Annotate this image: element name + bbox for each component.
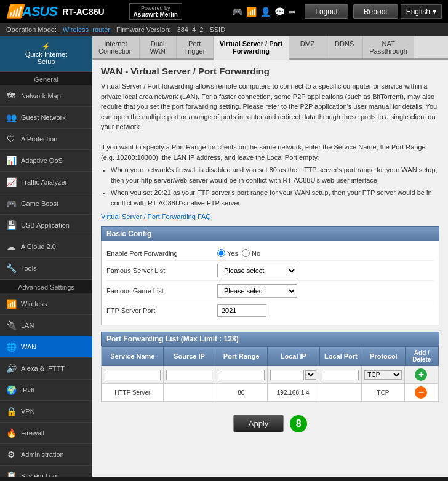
tab-ddns[interactable]: DDNS xyxy=(326,36,363,58)
col-header-local-ip: Local IP xyxy=(268,347,320,365)
protocol-value: TCP xyxy=(362,384,404,401)
port-range-cell xyxy=(215,366,267,383)
yes-radio-label[interactable]: Yes xyxy=(217,249,238,257)
sidebar-item-lan[interactable]: 🔌 LAN xyxy=(0,315,92,336)
col-header-local-port: Local Port xyxy=(320,347,363,365)
sidebar-item-administration[interactable]: ⚙ Administration xyxy=(0,444,92,466)
table-row: HTTP Server 80 192.168.1.4 TCP xyxy=(102,384,439,402)
ftp-port-control: 2021 xyxy=(217,304,266,317)
port-forwarding-header: Port Forwarding List (Max Limit : 128) xyxy=(101,332,439,346)
delete-button[interactable]: − xyxy=(415,386,427,399)
add-delete-cell: + xyxy=(405,366,438,383)
local-ip-dropdown[interactable] xyxy=(305,370,316,380)
tab-dmz[interactable]: DMZ xyxy=(289,36,326,58)
famous-server-label: Famous Server List xyxy=(106,267,217,274)
sidebar-item-system-log[interactable]: 📋 System Log xyxy=(0,466,92,477)
system-log-icon: 📋 xyxy=(5,470,17,477)
model-name: RT-AC86U xyxy=(62,7,104,17)
sidebar-item-network-map[interactable]: 🗺 Network Map xyxy=(0,85,92,107)
enable-label: Enable Port Forwarding xyxy=(106,250,217,257)
famous-server-select[interactable]: Please select xyxy=(217,264,297,277)
firmware-value: 384_4_2 xyxy=(177,26,204,33)
adaptive-qos-icon: 📊 xyxy=(5,154,17,167)
service-name-input[interactable] xyxy=(105,370,161,380)
source-ip-input[interactable] xyxy=(166,370,212,380)
sidebar-item-label: AiProtection xyxy=(21,135,57,143)
sidebar-item-label: Alexa & IFTTT xyxy=(21,365,65,372)
port-forwarding-table: Service Name Source IP Port Range Local … xyxy=(101,346,439,402)
famous-server-row: Famous Server List Please select xyxy=(106,261,434,281)
col-header-source-ip: Source IP xyxy=(164,347,216,365)
no-radio[interactable] xyxy=(242,249,250,257)
sidebar-item-adaptive-qos[interactable]: 📊 Adaptive QoS xyxy=(0,150,92,172)
col-header-port-range: Port Range xyxy=(215,347,268,365)
sidebar-item-usb-application[interactable]: 💾 USB Application xyxy=(0,215,92,236)
sidebar-item-aiprotection[interactable]: 🛡 AiProtection xyxy=(0,129,92,150)
gamepad-icon: 🎮 xyxy=(232,7,242,17)
network-map-icon: 🗺 xyxy=(5,90,17,102)
local-ip-cell xyxy=(268,366,319,383)
logout-button[interactable]: Logout xyxy=(305,4,348,19)
sidebar-item-alexa[interactable]: 🔊 Alexa & IFTTT xyxy=(0,358,92,380)
alexa-icon: 🔊 xyxy=(5,362,17,375)
local-port-value xyxy=(319,384,362,401)
sidebar-item-label: IPv6 xyxy=(21,386,34,394)
language-selector[interactable]: English ▾ xyxy=(401,4,442,19)
traffic-analyzer-icon: 📈 xyxy=(5,176,17,188)
local-port-input[interactable] xyxy=(322,370,359,380)
sidebar-item-wireless[interactable]: 📶 Wireless xyxy=(0,293,92,315)
sidebar-item-firewall[interactable]: 🔥 Firewall xyxy=(0,423,92,444)
tab-port-trigger[interactable]: PortTrigger xyxy=(177,36,214,58)
sidebar-item-label: System Log xyxy=(21,472,57,477)
protocol-cell: TCP UDP BOTH xyxy=(362,366,404,383)
sidebar-item-label: Adaptive QoS xyxy=(21,157,63,164)
faq-link[interactable]: Virtual Server / Port Forwarding FAQ xyxy=(101,213,439,220)
sidebar-item-tools[interactable]: 🔧 Tools xyxy=(0,258,92,279)
col-header-service-name: Service Name xyxy=(102,347,164,365)
lan-icon: 🔌 xyxy=(5,319,17,332)
source-ip-value xyxy=(164,384,215,401)
sidebar-item-game-boost[interactable]: 🎮 Game Boost xyxy=(0,193,92,215)
sidebar-item-vpn[interactable]: 🔒 VPN xyxy=(0,401,92,423)
tab-internet-connection[interactable]: InternetConnection xyxy=(92,36,140,58)
page-title: WAN - Virtual Server / Port Forwarding xyxy=(101,66,439,76)
sidebar-item-label: Firewall xyxy=(21,429,44,437)
sidebar-item-ipv6[interactable]: 🌍 IPv6 xyxy=(0,380,92,401)
description-list: When your network's firewall is disabled… xyxy=(111,165,439,208)
powered-by: Powered by Asuswrt-Merlin xyxy=(129,3,182,20)
sidebar-item-wan[interactable]: 🌐 WAN xyxy=(0,336,92,358)
reboot-button[interactable]: Reboot xyxy=(353,4,398,19)
sidebar-item-aicloud[interactable]: ☁ AiCloud 2.0 xyxy=(0,236,92,258)
wifi-icon: 📶 xyxy=(246,7,257,17)
basic-config-body: Enable Port Forwarding Yes No Famous Se xyxy=(101,241,439,325)
tab-dual-wan[interactable]: DualWAN xyxy=(140,36,177,58)
administration-icon: ⚙ xyxy=(5,448,17,461)
famous-game-select[interactable]: Please select xyxy=(217,284,297,298)
sidebar-item-label: LAN xyxy=(21,322,34,329)
ftp-port-input[interactable]: 2021 xyxy=(217,304,266,317)
yes-radio[interactable] xyxy=(217,249,225,257)
no-radio-label[interactable]: No xyxy=(242,249,260,257)
apply-button[interactable]: Apply xyxy=(233,415,284,432)
sidebar-item-quick-setup[interactable]: ⚡ Quick InternetSetup xyxy=(0,36,92,71)
tab-nat-passthrough[interactable]: NATPassthrough xyxy=(363,36,414,58)
operation-mode-value[interactable]: Wireless_router xyxy=(63,26,110,33)
wan-icon: 🌐 xyxy=(5,341,17,353)
local-ip-input[interactable] xyxy=(270,370,304,380)
tab-virtual-server[interactable]: Virtual Server / PortForwarding xyxy=(214,36,290,60)
add-button[interactable]: + xyxy=(415,368,427,381)
sidebar-item-guest-network[interactable]: 👥 Guest Network xyxy=(0,107,92,129)
sidebar-advanced-section: Advanced Settings xyxy=(0,279,92,293)
sidebar-item-traffic-analyzer[interactable]: 📈 Traffic Analyzer xyxy=(0,172,92,193)
table-row: TCP UDP BOTH + xyxy=(102,366,439,384)
protocol-select[interactable]: TCP UDP BOTH xyxy=(364,370,401,380)
sidebar-item-label: Wireless xyxy=(21,300,47,308)
firewall-icon: 🔥 xyxy=(5,427,17,439)
service-name-value: HTTP Server xyxy=(102,384,164,401)
page-description: Virtual Server / Port forwarding allows … xyxy=(101,81,439,208)
subheader: Operation Mode: Wireless_router Firmware… xyxy=(0,23,448,36)
apply-area: Apply 8 xyxy=(101,408,439,439)
ftp-port-row: FTP Server Port 2021 xyxy=(106,301,434,320)
port-range-input[interactable] xyxy=(218,370,264,380)
sidebar-item-label: Tools xyxy=(21,264,37,272)
